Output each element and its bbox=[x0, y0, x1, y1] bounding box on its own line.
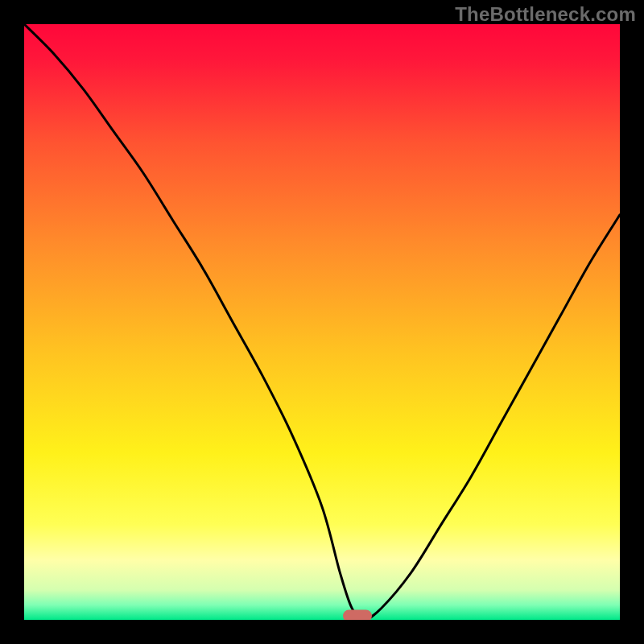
optimal-marker bbox=[343, 610, 372, 621]
plot-area bbox=[24, 24, 620, 620]
bottleneck-curve bbox=[24, 24, 620, 620]
watermark-text: TheBottleneck.com bbox=[455, 3, 636, 26]
chart-frame: TheBottleneck.com bbox=[0, 0, 644, 644]
